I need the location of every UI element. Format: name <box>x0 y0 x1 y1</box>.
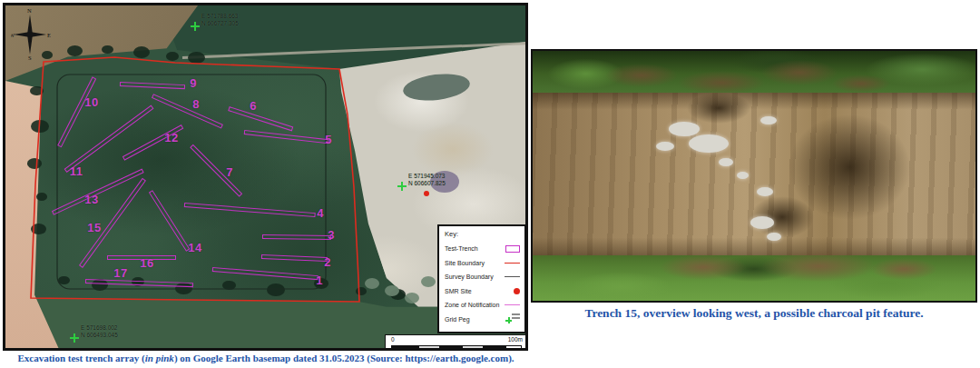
legend-item: Grid Peg <box>445 313 520 327</box>
stone <box>750 216 774 229</box>
scale-zero-label: 0 <box>391 336 395 343</box>
soil-spill <box>660 254 747 280</box>
stone <box>767 233 781 241</box>
scale-segment <box>419 346 439 348</box>
legend-item-label: SMR Site <box>445 288 472 294</box>
compass-north-label: N <box>27 7 32 14</box>
grid-peg-coordinates: E 571788.663N 606727.305 <box>201 13 239 26</box>
grid-peg-coordinates: E 571698.002N 606493.045 <box>81 324 118 338</box>
stone <box>719 158 733 166</box>
trench-line <box>262 234 331 240</box>
smr-site-dot <box>424 191 429 196</box>
soil-spill <box>870 258 937 280</box>
stone <box>757 187 773 196</box>
photo-caption: Trench 15, overview looking west, a poss… <box>531 306 977 321</box>
soil-heap <box>761 60 838 85</box>
legend-item: Test-Trench <box>445 242 520 256</box>
scale-segment <box>463 346 483 348</box>
smr-site-symbol <box>514 288 520 294</box>
legend-item: Zone of Notification <box>445 298 520 313</box>
legend-item-label: Site Boundary <box>445 260 485 266</box>
stone <box>656 142 674 151</box>
dark-soil-patch <box>687 93 750 124</box>
grid-peg-symbol <box>505 313 520 324</box>
stone <box>689 134 729 153</box>
trench-photo <box>531 49 977 303</box>
scale-segment <box>439 346 463 348</box>
stone <box>669 122 700 136</box>
legend-title: Key: <box>445 230 520 238</box>
map-caption: Excavation test trench array (in pink) o… <box>0 353 532 363</box>
scale-segment <box>392 346 419 348</box>
trench-label: 12 <box>164 131 178 144</box>
soil-spill <box>761 251 876 282</box>
compass-south-label: S <box>28 55 32 60</box>
map-caption-text: Excavation test trench array ( <box>17 353 144 363</box>
grid-peg-cross-icon <box>191 22 200 31</box>
legend-box: Key: Test-TrenchSite BoundarySurvey Boun… <box>437 224 525 333</box>
legend-item: SMR Site <box>445 284 520 299</box>
trench-label: 1 <box>316 274 323 287</box>
trench-label: 17 <box>113 266 127 280</box>
legend-item: Survey Boundary <box>445 270 520 284</box>
survey-boundary-symbol <box>505 276 520 277</box>
trench-label: 11 <box>70 164 83 178</box>
trench-label: 2 <box>324 255 331 269</box>
trench-label: 13 <box>84 193 98 206</box>
legend-item-label: Test-Trench <box>445 245 478 252</box>
trench-label: 4 <box>317 206 324 220</box>
trench-label: 10 <box>84 95 98 109</box>
zone-symbol <box>505 304 520 305</box>
scale-bar: 0 100m <box>385 334 525 348</box>
trench-label: 16 <box>140 256 153 270</box>
report-figure: 1234567891011121314151617 E 571788.663N … <box>0 0 980 368</box>
legend-item-label: Zone of Notification <box>445 302 499 308</box>
trench-label: 3 <box>328 228 335 242</box>
test-trench-symbol <box>505 245 520 253</box>
map-caption-italic: in pink <box>145 353 174 363</box>
trench-label: 7 <box>226 165 233 179</box>
trench-label: 14 <box>188 241 201 254</box>
scale-track <box>391 345 522 348</box>
legend-item-label: Grid Peg <box>445 316 470 323</box>
trench-label: 8 <box>192 97 200 111</box>
satellite-map: 1234567891011121314151617 E 571788.663N … <box>5 5 525 348</box>
compass-west-label: W <box>11 32 15 38</box>
trench-label: 5 <box>325 133 332 146</box>
stone <box>737 172 749 179</box>
compass-east-label: E <box>47 32 51 38</box>
map-caption-text: ) on Google Earth basemap dated 31.05.20… <box>174 353 514 363</box>
soil-heap <box>678 71 765 94</box>
grid-peg-coordinates: E 571945.073N 606607.825 <box>408 173 446 186</box>
grid-peg-cross-icon <box>397 182 407 191</box>
trench-label: 15 <box>87 221 101 234</box>
soil-heap <box>832 75 890 93</box>
scale-segment <box>483 346 506 348</box>
compass-rose: N S E W <box>11 7 51 60</box>
legend-item: Site Boundary <box>445 256 520 271</box>
stone <box>760 116 777 124</box>
site-boundary-symbol <box>505 263 520 264</box>
trench-label: 6 <box>250 99 257 113</box>
trench-label: 9 <box>190 76 197 90</box>
map-figure: 1234567891011121314151617 E 571788.663N … <box>3 3 528 351</box>
grid-peg-cross-icon <box>70 333 79 343</box>
scale-max-label: 100m <box>508 336 523 343</box>
soil-heap <box>605 64 678 87</box>
legend-item-label: Survey Boundary <box>445 274 494 280</box>
